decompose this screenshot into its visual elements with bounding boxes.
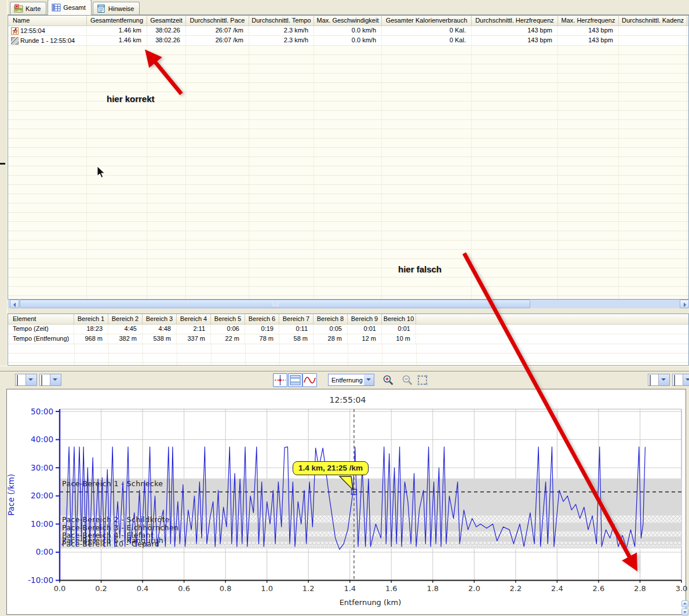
column-header-pace[interactable]: Durchschnittl. Pace bbox=[186, 16, 249, 25]
column-header-kadenz[interactable]: Durchschnittl. Kadenz bbox=[619, 16, 687, 25]
svg-text:1.6: 1.6 bbox=[385, 584, 398, 593]
column-header-bereich-10[interactable]: Bereich 10 bbox=[382, 314, 416, 324]
chevron-down-icon[interactable] bbox=[683, 374, 689, 385]
column-header-name[interactable]: Name bbox=[9, 16, 87, 25]
zoom-in-button[interactable] bbox=[382, 374, 394, 386]
cell-bereich-3: 538 m bbox=[143, 334, 177, 344]
right-color-swatch-1 bbox=[648, 374, 659, 385]
zoom-fit-button[interactable] bbox=[417, 374, 428, 386]
svg-text:Pace (/km): Pace (/km) bbox=[6, 474, 16, 516]
cell-cadence bbox=[619, 26, 687, 35]
column-header-bereich-4[interactable]: Bereich 4 bbox=[177, 314, 211, 324]
column-header-tempo[interactable]: Durchschnittl. Tempo bbox=[249, 16, 314, 25]
cell-calories: 0 Kal. bbox=[382, 36, 472, 45]
scroll-right-button[interactable] bbox=[680, 300, 689, 308]
cell-bereich-5: 22 m bbox=[211, 334, 245, 344]
svg-text:0.8: 0.8 bbox=[220, 584, 232, 593]
column-header-gesamtentfernung[interactable]: Gesamtentfernung bbox=[87, 16, 147, 25]
chevron-down-icon[interactable] bbox=[50, 374, 61, 385]
cell-bereich-8: 28 m bbox=[313, 334, 348, 344]
row-label: Tempo (Zeit) bbox=[9, 325, 74, 334]
svg-text:0:00: 0:00 bbox=[36, 547, 53, 556]
cell-bereich-10: 10 m bbox=[382, 334, 416, 344]
svg-text:2.6: 2.6 bbox=[593, 584, 605, 593]
svg-text:-10:00: -10:00 bbox=[28, 575, 53, 585]
svg-text:1.2: 1.2 bbox=[302, 584, 315, 593]
column-header-bereich-1[interactable]: Bereich 1 bbox=[74, 314, 108, 324]
right-color-dropdown-1[interactable] bbox=[648, 374, 670, 386]
cell-bereich-6: 0:19 bbox=[245, 325, 279, 334]
cell-bereich-2: 382 m bbox=[108, 334, 143, 344]
column-header-bereich-9[interactable]: Bereich 9 bbox=[348, 314, 382, 324]
lap-name: Runde 1 - 12:55:04 bbox=[20, 37, 75, 45]
activity-name: 12:55:04 bbox=[20, 27, 45, 35]
svg-text:0.0: 0.0 bbox=[54, 584, 66, 593]
column-header-bereich-7[interactable]: Bereich 7 bbox=[279, 314, 313, 324]
smooth-curve-toggle-button[interactable] bbox=[302, 373, 317, 387]
cell-bereich-10: 0:01 bbox=[382, 325, 416, 334]
zoom-in-icon bbox=[382, 374, 394, 386]
x-axis-select-value: Entfernung bbox=[329, 377, 364, 384]
cell-bereich-1: 968 m bbox=[74, 334, 108, 344]
cell-distance: 1.46 km bbox=[87, 26, 147, 35]
column-header-max-geschwindigkeit[interactable]: Max. Geschwindigkeit bbox=[314, 16, 382, 25]
series-color-dropdown[interactable] bbox=[15, 374, 37, 386]
column-header-max-herzfrequenz[interactable]: Max. Herzfrequenz bbox=[558, 16, 619, 25]
tab-label: Karte bbox=[25, 5, 41, 12]
cell-bereich-4: 337 m bbox=[177, 334, 211, 344]
cell-bereich-4: 2:11 bbox=[177, 325, 211, 334]
tab-label: Hinweise bbox=[108, 5, 134, 12]
right-color-dropdown-2[interactable] bbox=[672, 374, 689, 386]
summary-table-panel: Name Gesamtentfernung Gesamtzeit Durchsc… bbox=[8, 15, 689, 300]
chart-toolbar: Entfernung bbox=[0, 371, 689, 389]
application-window: { "tabs": [ {"label": "Karte", "icon": "… bbox=[0, 0, 689, 616]
table-icon bbox=[52, 3, 61, 12]
chevron-down-icon[interactable] bbox=[364, 374, 374, 385]
zones-row-tempo-entfernung[interactable]: Tempo (Entfernung) 968 m 382 m 538 m 337… bbox=[8, 334, 688, 344]
zoom-out-button[interactable] bbox=[402, 374, 413, 386]
annotation-text-correct: hier korrekt bbox=[107, 94, 155, 104]
scroll-left-button[interactable] bbox=[10, 300, 19, 308]
table-empty-area bbox=[8, 46, 688, 300]
chevron-down-icon[interactable] bbox=[26, 374, 37, 385]
column-header-bereich-8[interactable]: Bereich 8 bbox=[313, 314, 348, 324]
cell-time: 38:02.26 bbox=[147, 36, 186, 45]
column-header-kalorien[interactable]: Gesamter Kalorienverbrauch bbox=[382, 16, 472, 25]
cell-avg-hr: 143 bpm bbox=[472, 36, 558, 45]
row-label: Tempo (Entfernung) bbox=[9, 334, 74, 344]
notes-icon bbox=[97, 4, 106, 13]
column-header-bereich-3[interactable]: Bereich 3 bbox=[143, 314, 177, 324]
tab-karte[interactable]: Karte bbox=[10, 2, 46, 14]
pace-chart[interactable]: Pace-Bereich 1 - SchneckePace-Bereich 2 … bbox=[0, 389, 689, 616]
cell-bereich-1: 18:23 bbox=[74, 325, 108, 334]
cell-bereich-9: 0:01 bbox=[348, 325, 382, 334]
svg-text:30:00: 30:00 bbox=[31, 463, 53, 472]
column-header-element[interactable]: Element bbox=[9, 314, 74, 324]
tab-gesamt[interactable]: Gesamt bbox=[48, 0, 92, 15]
column-header-herzfrequenz[interactable]: Durchschnittl. Herzfrequenz bbox=[472, 16, 558, 25]
cell-max-speed: 0.0 km/h bbox=[314, 36, 382, 45]
cell-bereich-2: 4:45 bbox=[108, 325, 143, 334]
column-header-bereich-6[interactable]: Bereich 6 bbox=[245, 314, 279, 324]
svg-text:12:55:04: 12:55:04 bbox=[330, 395, 366, 404]
zone-bands-toggle-button[interactable] bbox=[288, 373, 302, 387]
right-color-swatch-2 bbox=[673, 374, 683, 385]
wave-icon bbox=[303, 374, 316, 387]
series-color-swatch bbox=[16, 374, 26, 385]
chevron-down-icon[interactable] bbox=[659, 374, 669, 385]
horizontal-scrollbar[interactable] bbox=[8, 300, 689, 308]
svg-text:3.0: 3.0 bbox=[676, 584, 688, 593]
table-row-activity[interactable]: 12:55:04 1.46 km 38:02.26 26:07 /km 2.3 … bbox=[8, 26, 688, 36]
splitter-handle[interactable] bbox=[0, 163, 5, 165]
crosshair-marker-icon bbox=[274, 374, 287, 387]
zones-row-tempo-zeit[interactable]: Tempo (Zeit) 18:23 4:45 4:48 2:11 0:06 0… bbox=[8, 325, 688, 334]
column-header-gesamtzeit[interactable]: Gesamtzeit bbox=[147, 16, 186, 25]
x-axis-select[interactable]: Entfernung bbox=[328, 374, 374, 386]
secondary-color-dropdown[interactable] bbox=[39, 374, 61, 386]
table-row-lap[interactable]: Runde 1 - 12:55:04 1.46 km 38:02.26 26:0… bbox=[8, 36, 688, 46]
column-header-bereich-5[interactable]: Bereich 5 bbox=[211, 314, 245, 324]
marker-crosshair-toggle-button[interactable] bbox=[273, 373, 287, 387]
column-header-bereich-2[interactable]: Bereich 2 bbox=[108, 314, 143, 324]
scrollbar-thumb[interactable] bbox=[20, 300, 530, 308]
tab-hinweise[interactable]: Hinweise bbox=[93, 2, 140, 14]
